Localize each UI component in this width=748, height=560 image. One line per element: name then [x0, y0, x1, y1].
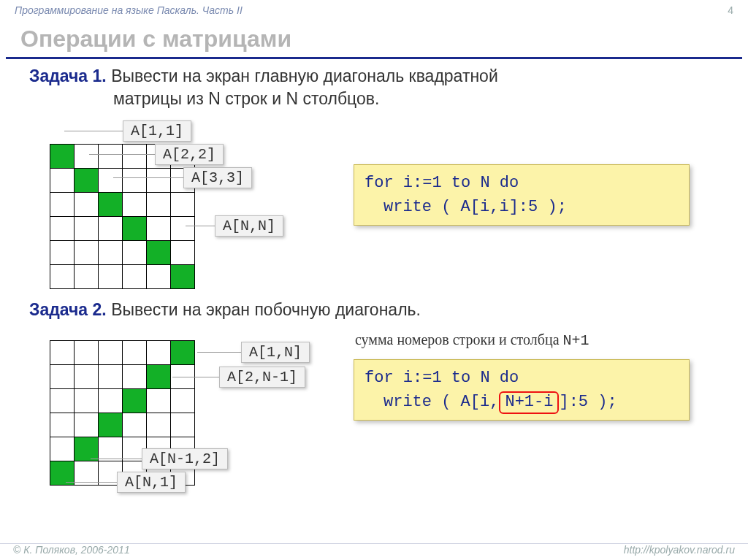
- matrix-main-diagonal: [50, 144, 195, 289]
- chip-a22: A[2,2]: [155, 144, 224, 165]
- task2-text: Задача 2. Вывести на экран побочную диаг…: [29, 299, 719, 321]
- chip-a1n: A[1,N]: [241, 342, 310, 363]
- title-underline: [6, 57, 742, 59]
- chip-a2n1: A[2,N-1]: [219, 367, 305, 388]
- chip-a33: A[3,3]: [183, 167, 252, 188]
- task1-label: Задача 1.: [29, 66, 107, 85]
- footer: © К. Поляков, 2006-2011 http://kpolyakov…: [0, 543, 748, 556]
- task2-note: сумма номеров строки и столбца N+1: [355, 331, 589, 349]
- code-task2: for i:=1 to N do write ( A[i,N+1-i]:5 );: [354, 359, 690, 421]
- highlight-index: N+1-i: [499, 391, 559, 413]
- task2-row: A[1,N] A[2,N-1] A[N-1,2] A[N,1] сумма но…: [29, 334, 719, 510]
- task1-row: A[1,1] A[2,2] A[3,3] A[N,N] for i:=1 to …: [29, 123, 719, 277]
- page-number: 4: [728, 4, 733, 16]
- task2-label: Задача 2.: [29, 300, 107, 319]
- breadcrumb: Программирование на языке Паскаль. Часть…: [0, 0, 748, 18]
- task1-text: Задача 1. Вывести на экран главную диаго…: [29, 65, 719, 110]
- code-task1: for i:=1 to N do write ( A[i,i]:5 );: [354, 164, 690, 226]
- chip-a11: A[1,1]: [123, 120, 191, 142]
- chip-an1: A[N,1]: [117, 472, 186, 493]
- page-title: Операции с матрицами: [0, 18, 748, 57]
- chip-ann: A[N,N]: [215, 215, 283, 237]
- footer-url: http://kpolyakov.narod.ru: [624, 544, 735, 556]
- chip-an12: A[N-1,2]: [142, 448, 228, 469]
- copyright: © К. Поляков, 2006-2011: [13, 544, 130, 556]
